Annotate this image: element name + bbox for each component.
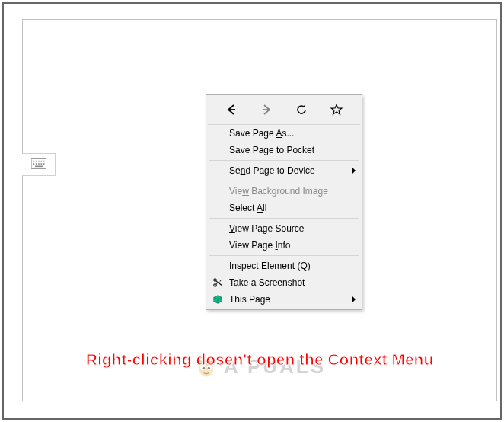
separator <box>209 255 359 256</box>
svg-rect-1 <box>33 160 34 161</box>
menu-label: View Background Image <box>229 186 328 197</box>
svg-rect-7 <box>35 163 37 165</box>
svg-line-16 <box>216 281 222 286</box>
menu-send-to-device[interactable]: Send Page to Device <box>208 162 360 179</box>
menu-save-to-pocket[interactable]: Save Page to Pocket <box>208 142 360 158</box>
menu-label: View Page Info <box>229 240 291 251</box>
svg-rect-3 <box>38 160 40 161</box>
svg-rect-6 <box>33 163 34 165</box>
back-button[interactable] <box>219 101 244 120</box>
outer-frame: Save Page As... Save Page to Pocket Send… <box>2 2 502 420</box>
svg-rect-10 <box>43 163 44 165</box>
keyboard-widget[interactable] <box>22 153 56 176</box>
star-icon <box>330 104 343 118</box>
browser-page-area: Save Page As... Save Page to Pocket Send… <box>22 19 497 401</box>
menu-select-all[interactable]: Select All <box>208 200 360 216</box>
menu-label: View Page Source <box>229 223 305 234</box>
svg-point-14 <box>214 284 217 287</box>
svg-rect-5 <box>43 160 44 161</box>
menu-view-source[interactable]: View Page Source <box>208 220 360 237</box>
chevron-right-icon <box>352 296 356 302</box>
separator <box>209 181 359 181</box>
menu-label: Send Page to Device <box>229 165 315 176</box>
context-menu: Save Page As... Save Page to Pocket Send… <box>206 94 362 310</box>
nav-row <box>208 97 360 125</box>
menu-label: Save Page to Pocket <box>229 145 314 155</box>
caption-text: Right-clicking dosen't open the Context … <box>86 350 434 369</box>
menu-view-bg-image: View Background Image <box>208 183 360 200</box>
menu-view-info[interactable]: View Page Info <box>208 237 360 254</box>
menu-label: Save Page As... <box>229 128 294 139</box>
svg-rect-4 <box>40 160 42 161</box>
reload-button[interactable] <box>289 101 314 120</box>
arrow-right-icon <box>260 104 273 118</box>
svg-rect-2 <box>35 160 37 161</box>
bookmark-button[interactable] <box>324 101 349 120</box>
menu-this-page[interactable]: This Page <box>208 291 360 308</box>
menu-save-page-as[interactable]: Save Page As... <box>208 125 360 142</box>
forward-button[interactable] <box>254 101 279 120</box>
svg-rect-9 <box>40 163 42 165</box>
menu-label: Inspect Element (Q) <box>229 261 311 271</box>
cube-icon <box>211 293 225 306</box>
arrow-left-icon <box>225 104 238 118</box>
scissors-icon <box>211 276 225 289</box>
separator <box>209 218 359 219</box>
svg-line-17 <box>216 280 222 285</box>
menu-inspect-element[interactable]: Inspect Element (Q) <box>208 257 360 274</box>
keyboard-icon <box>31 158 46 171</box>
chevron-right-icon <box>352 168 356 174</box>
menu-label: Take a Screenshot <box>229 277 305 288</box>
separator <box>209 160 359 161</box>
svg-rect-11 <box>35 165 43 167</box>
svg-rect-8 <box>38 163 40 165</box>
svg-point-15 <box>214 279 217 282</box>
reload-icon <box>295 104 308 118</box>
menu-label: This Page <box>229 294 270 305</box>
menu-label: Select All <box>229 203 266 213</box>
menu-take-screenshot[interactable]: Take a Screenshot <box>208 274 360 291</box>
